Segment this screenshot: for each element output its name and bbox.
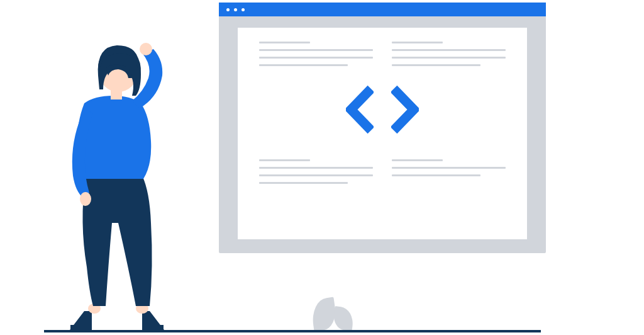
svg-point-5 (140, 43, 152, 55)
illustration-stage (0, 0, 644, 335)
ground-line (44, 330, 541, 332)
placeholder-line (392, 167, 506, 169)
text-placeholder-bottom (238, 149, 527, 184)
window-control-dot (242, 8, 245, 11)
text-column (259, 42, 373, 66)
browser-page (238, 28, 527, 239)
placeholder-line (259, 57, 373, 59)
svg-rect-1 (160, 325, 164, 330)
placeholder-line (392, 57, 506, 59)
placeholder-line (259, 159, 310, 161)
leaf-icon (332, 306, 355, 331)
svg-point-4 (80, 192, 91, 206)
placeholder-line (259, 64, 348, 66)
plant-decoration (308, 295, 358, 330)
text-placeholder-top (238, 28, 527, 66)
placeholder-line (392, 174, 480, 176)
placeholder-line (259, 49, 373, 51)
placeholder-line (259, 167, 373, 169)
window-control-dot (226, 8, 230, 11)
code-brackets-icon (238, 66, 527, 149)
svg-rect-0 (70, 325, 74, 330)
text-column (392, 42, 506, 66)
browser-titlebar (219, 3, 546, 16)
placeholder-line (259, 42, 310, 43)
angle-right-icon (391, 85, 419, 134)
person-illustration (48, 15, 186, 330)
placeholder-line (259, 174, 373, 176)
text-column (259, 159, 373, 184)
angle-left-icon (346, 85, 374, 134)
text-column (392, 159, 506, 184)
placeholder-line (259, 182, 348, 184)
placeholder-line (392, 159, 443, 161)
placeholder-line (392, 42, 443, 43)
window-control-dot (234, 8, 237, 11)
placeholder-line (392, 49, 506, 51)
placeholder-line (392, 64, 480, 66)
browser-window (219, 3, 546, 253)
